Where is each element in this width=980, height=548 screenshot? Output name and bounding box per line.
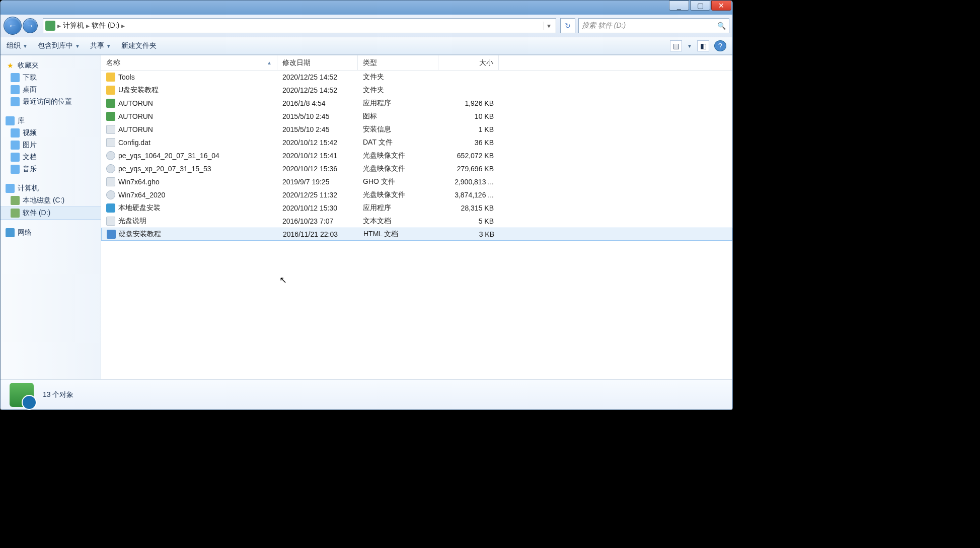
file-date: 2016/11/21 22:03 — [278, 230, 358, 238]
file-name: pe_yqs_1064_20_07_31_16_04 — [118, 152, 219, 160]
breadcrumb[interactable]: ▸ 计算机 ▸ 软件 (D:) ▸ ▾ — [43, 18, 556, 33]
file-size: 28,315 KB — [438, 204, 499, 212]
file-type: 文件夹 — [358, 73, 438, 82]
file-row[interactable]: AUTORUN2016/1/8 4:54应用程序1,926 KB — [101, 97, 732, 110]
breadcrumb-sep-icon: ▸ — [121, 22, 125, 30]
file-row[interactable]: AUTORUN2015/5/10 2:45图标10 KB — [101, 110, 732, 123]
close-button[interactable]: ✕ — [711, 1, 731, 11]
forward-button[interactable]: → — [23, 18, 38, 33]
file-name: U盘安装教程 — [118, 86, 159, 95]
breadcrumb-drive[interactable]: 软件 (D:) — [90, 21, 121, 30]
refresh-button[interactable]: ↻ — [560, 18, 575, 33]
sidebar-library-label: 库 — [18, 116, 25, 125]
sidebar-network-label: 网络 — [18, 228, 32, 237]
share-button[interactable]: 共享▼ — [90, 41, 111, 50]
file-row[interactable]: Win7x64_20202020/12/25 11:32光盘映像文件3,874,… — [101, 188, 732, 201]
file-type: 图标 — [358, 112, 438, 121]
maximize-button[interactable]: ▢ — [690, 1, 710, 11]
chevron-down-icon[interactable]: ▼ — [687, 43, 692, 49]
file-type: 文本文档 — [358, 217, 438, 226]
chevron-down-icon: ▼ — [75, 43, 80, 49]
file-size: 1 KB — [438, 125, 499, 133]
window-buttons: _ ▢ ✕ — [668, 1, 732, 11]
file-date: 2016/10/23 7:07 — [277, 217, 358, 225]
col-size[interactable]: 大小 — [438, 55, 499, 70]
sidebar-library-head[interactable]: 库 — [1, 115, 101, 127]
organize-button[interactable]: 组织▼ — [7, 41, 28, 50]
file-icon — [106, 138, 115, 147]
back-button[interactable]: ← — [4, 17, 22, 35]
nav-row: ← → ▸ 计算机 ▸ 软件 (D:) ▸ ▾ ↻ 搜索 软件 (D:) 🔍 — [1, 15, 732, 37]
file-row[interactable]: 光盘说明2016/10/23 7:07文本文档5 KB — [101, 215, 732, 228]
file-date: 2020/12/25 14:52 — [277, 86, 358, 94]
minimize-button[interactable]: _ — [669, 1, 689, 11]
breadcrumb-dropdown[interactable]: ▾ — [544, 22, 554, 30]
sidebar-item-desktop[interactable]: 桌面 — [1, 84, 101, 96]
sidebar-item-label: 桌面 — [23, 85, 37, 94]
file-row[interactable]: AUTORUN2015/5/10 2:45安装信息1 KB — [101, 123, 732, 136]
sidebar-item-drive-d[interactable]: 软件 (D:) — [1, 207, 101, 220]
file-date: 2020/10/12 15:42 — [277, 139, 358, 147]
sidebar-favorites-head[interactable]: ★ 收藏夹 — [1, 59, 101, 72]
sidebar-item-drive-c[interactable]: 本地磁盘 (C:) — [1, 194, 101, 207]
file-row[interactable]: U盘安装教程2020/12/25 14:52文件夹 — [101, 84, 732, 97]
star-icon: ★ — [6, 61, 15, 70]
folder-icon — [106, 86, 115, 95]
breadcrumb-computer[interactable]: 计算机 — [61, 21, 86, 30]
computer-icon — [6, 184, 15, 193]
status-bar: 13 个对象 — [1, 379, 732, 409]
recent-icon — [11, 97, 20, 106]
sidebar-item-label: 本地磁盘 (C:) — [23, 196, 64, 205]
file-list[interactable]: Tools2020/12/25 14:52文件夹U盘安装教程2020/12/25… — [101, 71, 732, 379]
file-row[interactable]: Win7x64.gho2019/9/7 19:25GHO 文件2,900,813… — [101, 175, 732, 188]
file-date: 2020/10/12 15:30 — [277, 204, 358, 212]
sidebar-item-label: 音乐 — [23, 165, 37, 174]
new-folder-button[interactable]: 新建文件夹 — [121, 41, 157, 50]
file-name: 硬盘安装教程 — [119, 230, 161, 239]
sidebar-computer-head[interactable]: 计算机 — [1, 182, 101, 194]
col-date[interactable]: 修改日期 — [277, 55, 358, 70]
pictures-icon — [11, 141, 20, 150]
sidebar: ★ 收藏夹 下载 桌面 最近访问的位置 — [1, 55, 101, 379]
help-button[interactable]: ? — [714, 40, 726, 51]
chevron-down-icon: ▼ — [106, 43, 111, 49]
sidebar-item-videos[interactable]: 视频 — [1, 127, 101, 139]
file-row[interactable]: Config.dat2020/10/12 15:42DAT 文件36 KB — [101, 136, 732, 149]
iso-icon — [106, 164, 115, 173]
sidebar-network-head[interactable]: 网络 — [1, 227, 101, 239]
sidebar-item-music[interactable]: 音乐 — [1, 163, 101, 175]
search-input[interactable]: 搜索 软件 (D:) 🔍 — [578, 18, 729, 33]
sidebar-item-documents[interactable]: 文档 — [1, 151, 101, 163]
sidebar-item-label: 软件 (D:) — [23, 209, 50, 218]
sidebar-item-pictures[interactable]: 图片 — [1, 139, 101, 151]
include-in-library-button[interactable]: 包含到库中▼ — [38, 41, 80, 50]
status-text: 13 个对象 — [43, 390, 73, 399]
file-icon — [106, 177, 115, 186]
view-mode-button[interactable]: ▤ — [670, 40, 682, 51]
status-icon — [10, 383, 34, 407]
sidebar-item-recent[interactable]: 最近访问的位置 — [1, 96, 101, 108]
column-headers: 名称 ▲ 修改日期 类型 大小 — [101, 55, 732, 71]
file-row[interactable]: 硬盘安装教程2016/11/21 22:03HTML 文档3 KB — [101, 228, 732, 241]
preview-pane-button[interactable]: ◧ — [697, 40, 709, 51]
file-size: 10 KB — [438, 112, 499, 120]
col-name[interactable]: 名称 ▲ — [101, 55, 277, 70]
sidebar-favorites-label: 收藏夹 — [18, 61, 39, 70]
col-type[interactable]: 类型 — [358, 55, 438, 70]
file-row[interactable]: Tools2020/12/25 14:52文件夹 — [101, 71, 732, 84]
drive-icon — [11, 196, 20, 205]
html-icon — [107, 230, 116, 239]
file-size: 1,926 KB — [438, 99, 499, 107]
file-date: 2016/1/8 4:54 — [277, 99, 358, 107]
sidebar-item-downloads[interactable]: 下载 — [1, 72, 101, 84]
folder-icon — [106, 73, 115, 82]
file-type: 光盘映像文件 — [358, 190, 438, 199]
drive-icon — [45, 21, 55, 31]
file-row[interactable]: pe_yqs_1064_20_07_31_16_042020/10/12 15:… — [101, 149, 732, 162]
file-type: 光盘映像文件 — [358, 164, 438, 173]
documents-icon — [11, 153, 20, 162]
file-row[interactable]: pe_yqs_xp_20_07_31_15_532020/10/12 15:36… — [101, 162, 732, 175]
file-row[interactable]: 本地硬盘安装2020/10/12 15:30应用程序28,315 KB — [101, 201, 732, 215]
exe-icon — [106, 99, 115, 108]
file-type: 文件夹 — [358, 86, 438, 95]
